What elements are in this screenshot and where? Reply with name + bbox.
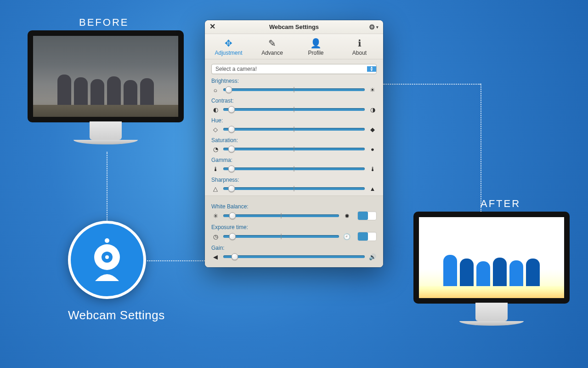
control-hue: Hue:◇◆ bbox=[211, 117, 377, 133]
close-icon[interactable]: ✕ bbox=[209, 23, 215, 30]
saturation-low-icon: ◔ bbox=[211, 146, 220, 153]
camera-select-value: Select a camera! bbox=[212, 66, 367, 72]
slider-exposure[interactable] bbox=[223, 232, 339, 241]
advance-icon: ✎ bbox=[250, 38, 294, 49]
tab-profile[interactable]: 👤 Profile bbox=[294, 38, 338, 56]
connector-line bbox=[107, 152, 107, 222]
svg-line-11 bbox=[112, 262, 113, 263]
slider-gain[interactable] bbox=[223, 253, 365, 261]
volume-high-icon: 🔊 bbox=[368, 253, 377, 260]
connector-line bbox=[383, 84, 481, 85]
control-white_balance: White Balance:✳✸ bbox=[211, 203, 377, 220]
before-label: BEFORE bbox=[79, 17, 129, 29]
webcam-settings-window: ✕ Webcam Settings ⚙ ✥ Adjustment ✎ Advan… bbox=[205, 20, 383, 267]
slider-contrast[interactable] bbox=[223, 105, 365, 114]
window-body: Select a camera! ▲▼ Brightness:☼☀Contras… bbox=[205, 59, 383, 267]
tab-label: Adjustment bbox=[215, 50, 242, 56]
sharpness-low-icon: △ bbox=[211, 185, 220, 192]
toolbar: ✥ Adjustment ✎ Advance 👤 Profile ℹ About bbox=[205, 34, 383, 59]
svg-line-9 bbox=[112, 251, 113, 253]
gamma-low-icon: 🌡 bbox=[211, 166, 220, 172]
slider-white_balance[interactable] bbox=[223, 212, 339, 220]
control-saturation: Saturation:◔● bbox=[211, 137, 377, 153]
camera-select[interactable]: Select a camera! ▲▼ bbox=[211, 64, 377, 74]
after-label: AFTER bbox=[481, 198, 520, 210]
slider-label: Saturation: bbox=[211, 137, 377, 144]
wb-high-icon: ✸ bbox=[343, 213, 351, 219]
svg-point-0 bbox=[105, 238, 109, 243]
after-monitor bbox=[413, 212, 570, 326]
slider-label: Contrast: bbox=[211, 98, 377, 104]
svg-line-8 bbox=[101, 251, 102, 253]
slider-label: Gamma: bbox=[211, 157, 377, 163]
tab-about[interactable]: ℹ About bbox=[338, 38, 381, 56]
slider-label: Hue: bbox=[211, 117, 377, 124]
control-brightness: Brightness:☼☀ bbox=[211, 78, 377, 94]
slider-gamma[interactable] bbox=[223, 165, 365, 173]
contrast-low-icon: ◐ bbox=[211, 106, 220, 113]
svg-line-10 bbox=[101, 262, 102, 263]
slider-hue[interactable] bbox=[223, 125, 365, 133]
app-name: Webcam Settings bbox=[68, 308, 165, 322]
tab-label: About bbox=[352, 50, 367, 56]
profile-icon: 👤 bbox=[294, 38, 338, 49]
exposure-low-icon: ◷ bbox=[211, 233, 220, 240]
toggle-exposure[interactable] bbox=[357, 232, 377, 241]
control-exposure: Exposure time:◷🕘 bbox=[211, 224, 377, 241]
tab-adjustment[interactable]: ✥ Adjustment bbox=[207, 38, 250, 56]
slider-saturation[interactable] bbox=[223, 145, 365, 153]
slider-label: White Balance: bbox=[211, 203, 377, 210]
slider-label: Exposure time: bbox=[211, 224, 377, 230]
exposure-high-icon: 🕘 bbox=[343, 233, 351, 240]
slider-label: Sharpness: bbox=[211, 177, 377, 183]
wb-low-icon: ✳ bbox=[211, 213, 220, 219]
control-gain: Gain:◀🔊 bbox=[211, 245, 377, 261]
brightness-high-icon: ☀ bbox=[368, 86, 377, 93]
window-titlebar: ✕ Webcam Settings ⚙ bbox=[205, 20, 383, 34]
tab-label: Advance bbox=[261, 50, 283, 56]
about-icon: ℹ bbox=[338, 38, 381, 49]
adjustment-icon: ✥ bbox=[207, 38, 250, 49]
control-sharpness: Sharpness:△▲ bbox=[211, 177, 377, 193]
sharpness-high-icon: ▲ bbox=[368, 185, 377, 192]
control-gamma: Gamma:🌡🌡 bbox=[211, 157, 377, 173]
brightness-low-icon: ☼ bbox=[211, 86, 220, 93]
webcam-icon bbox=[84, 237, 130, 283]
svg-point-3 bbox=[105, 255, 109, 259]
gear-icon[interactable]: ⚙ bbox=[369, 23, 379, 31]
gamma-high-icon: 🌡 bbox=[368, 166, 377, 172]
slider-brightness[interactable] bbox=[223, 86, 365, 94]
app-identity: Webcam Settings bbox=[68, 221, 165, 322]
connector-line bbox=[481, 84, 481, 212]
connector-line bbox=[147, 260, 205, 261]
volume-low-icon: ◀ bbox=[211, 253, 220, 260]
app-icon bbox=[68, 221, 146, 299]
slider-label: Gain: bbox=[211, 245, 377, 251]
tab-advance[interactable]: ✎ Advance bbox=[250, 38, 294, 56]
contrast-high-icon: ◑ bbox=[368, 106, 377, 113]
saturation-high-icon: ● bbox=[368, 146, 377, 153]
window-title: Webcam Settings bbox=[269, 23, 319, 30]
before-monitor bbox=[28, 30, 184, 144]
control-contrast: Contrast:◐◑ bbox=[211, 98, 377, 114]
slider-label: Brightness: bbox=[211, 78, 377, 84]
hue-low-icon: ◇ bbox=[211, 126, 220, 133]
select-arrows-icon: ▲▼ bbox=[367, 66, 376, 72]
slider-sharpness[interactable] bbox=[223, 184, 365, 193]
tab-label: Profile bbox=[308, 50, 323, 56]
toggle-white_balance[interactable] bbox=[357, 211, 377, 220]
hue-high-icon: ◆ bbox=[368, 126, 377, 133]
